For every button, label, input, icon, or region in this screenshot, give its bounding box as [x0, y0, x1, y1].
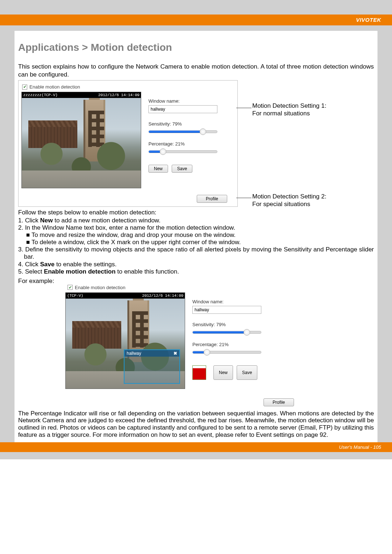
motion-panel-2: (TCP-V) 2012/12/6 14:14:09 hallway: [65, 292, 285, 389]
live-image: [22, 98, 141, 188]
sensitivity-slider[interactable]: [148, 130, 217, 133]
step-4: 4. Click Save to enable the settings.: [18, 261, 374, 268]
camera-timestamp-2: 2012/12/6 14:14:09: [142, 294, 183, 298]
sensitivity-label-2: Sensitivity: 79%: [192, 322, 226, 327]
enable-motion-checkbox[interactable]: ✔: [22, 85, 27, 90]
window-name-input-2[interactable]: [192, 306, 261, 314]
page-title: Applications > Motion detection: [18, 42, 374, 53]
example-label: For example:: [18, 278, 374, 285]
camera-timestamp: 2012/12/6 14:14:09: [98, 93, 139, 97]
step-5: 5. Select Enable motion detection to ena…: [18, 268, 374, 275]
steps-lead: Follow the steps below to enable motion …: [18, 209, 374, 216]
live-view-2[interactable]: (TCP-V) 2012/12/6 14:14:09 hallway: [65, 292, 185, 389]
percentage-indicator: [192, 365, 206, 380]
percentage-slider-2[interactable]: [192, 351, 261, 354]
enable-motion-checkbox-2[interactable]: ✔: [68, 285, 73, 290]
step-3: 3. Define the sensitivity to moving obje…: [18, 246, 374, 260]
sensitivity-label: Sensitivity: 79%: [148, 121, 182, 127]
annotation-2-line1: Motion Detection Setting 2:: [252, 193, 326, 200]
window-name-label-2: Window name:: [192, 299, 272, 304]
intro-text: This section explains how to configure t…: [18, 63, 374, 79]
annotation-1-line2: For normal situations: [252, 110, 310, 117]
window-name-input[interactable]: [148, 105, 217, 113]
annotation-1-line1: Motion Detection Setting 1:: [252, 102, 326, 109]
save-button[interactable]: Save: [172, 165, 192, 173]
annotation-2-line2: For special situations: [252, 201, 310, 208]
step-2b: ■ To delete a window, click the X mark o…: [18, 239, 374, 246]
percentage-label: Percentage: 21%: [148, 141, 185, 147]
motion-window-close-icon[interactable]: ✖: [173, 351, 177, 356]
window-name-label: Window name:: [148, 98, 228, 104]
camera-name-2: (TCP-V): [67, 294, 83, 298]
percentage-slider[interactable]: [148, 150, 217, 153]
live-view[interactable]: zzzzzzzz(TCP-V) 2012/12/6 14:14:09: [21, 92, 141, 188]
enable-motion-label-2: Enable motion detection: [75, 285, 125, 290]
profile-button[interactable]: Profile: [197, 195, 227, 203]
step-2: 2. In the Window Name text box, enter a …: [18, 224, 374, 231]
brand-logo: VIVOTEK: [356, 17, 381, 23]
motion-window[interactable]: hallway ✖: [124, 349, 180, 384]
sensitivity-knob[interactable]: [200, 128, 206, 135]
motion-panel-1: ✔ Enable motion detection zzzzzzzz(TCP-V…: [18, 80, 238, 207]
body-text: The Percentage Indicator will rise or fa…: [18, 410, 374, 439]
sensitivity-knob-2[interactable]: [244, 329, 250, 336]
profile-button-2[interactable]: Profile: [264, 398, 294, 406]
step-1: 1. Click New to add a new motion detecti…: [18, 217, 374, 224]
motion-window-title: hallway: [127, 351, 141, 356]
footer-text: User's Manual - 105: [339, 444, 381, 450]
step-2a: ■ To move and resize the window, drag an…: [18, 231, 374, 239]
live-image-2: hallway ✖: [66, 299, 185, 389]
percentage-label-2: Percentage: 21%: [192, 342, 229, 347]
new-button[interactable]: New: [148, 165, 168, 173]
sensitivity-slider-2[interactable]: [192, 331, 261, 334]
save-button-2[interactable]: Save: [237, 365, 257, 380]
percentage-knob[interactable]: [160, 148, 166, 155]
percentage-knob-2[interactable]: [204, 349, 210, 356]
camera-name: zzzzzzzz(TCP-V): [23, 93, 58, 97]
new-button-2[interactable]: New: [213, 365, 233, 380]
enable-motion-label: Enable motion detection: [29, 84, 80, 90]
